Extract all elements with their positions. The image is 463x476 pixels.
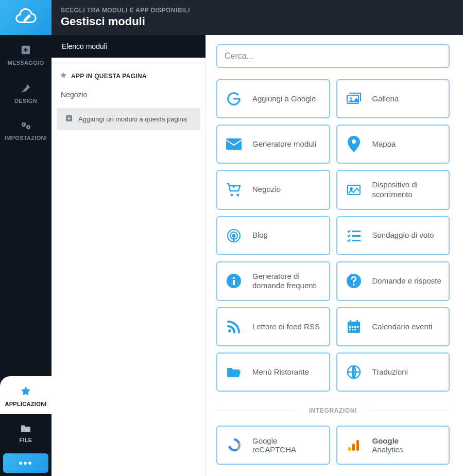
logo[interactable] (0, 0, 52, 35)
add-module-label: Aggiungi un modulo a questa pagina (78, 115, 187, 123)
module-card-dispositivo-scorrimento[interactable]: Dispositivo di scorrimento (336, 170, 450, 210)
header-title: Gestisci moduli (61, 15, 454, 28)
module-card-google[interactable]: Aggiungi a Google (216, 79, 330, 118)
main-content: Aggiungi a Google Galleria Generatore mo… (206, 35, 463, 476)
gears-icon (20, 120, 32, 132)
module-label: Dispositivo di scorrimento (372, 180, 442, 200)
module-card-domande-risposte[interactable]: Domande e risposte (336, 261, 450, 302)
integrations-grid: GooglereCAPTCHA GoogleAnalytics (216, 426, 450, 465)
question-icon (345, 274, 363, 288)
nav-impostazioni[interactable]: IMPOSTAZIONI (0, 111, 52, 148)
nav-label: FILE (19, 437, 32, 443)
brush-icon (20, 82, 31, 95)
svg-point-9 (352, 139, 356, 144)
module-card-galleria[interactable]: Galleria (336, 79, 450, 118)
sidebar: MESSAGGIO DESIGN IMPOSTAZIONI APPLICAZIO… (0, 0, 52, 476)
cloud-pencil-icon (14, 6, 37, 29)
svg-rect-19 (352, 240, 361, 241)
module-label: Calendario eventi (372, 322, 433, 332)
module-card-sondaggio[interactable]: Sondaggio di voto (336, 216, 450, 255)
integration-card-recaptcha[interactable]: GooglereCAPTCHA (216, 426, 330, 465)
svg-point-7 (350, 97, 352, 99)
module-card-traduzioni[interactable]: Traduzioni (336, 352, 450, 392)
svg-point-2 (23, 124, 24, 125)
module-card-faq-generatore[interactable]: Generatore di domande frequenti (216, 261, 330, 302)
folder-icon (20, 424, 31, 434)
svg-rect-8 (226, 138, 242, 150)
integrations-divider: INTEGRAZIONI (216, 407, 450, 414)
cart-icon (225, 183, 243, 197)
svg-rect-32 (354, 326, 356, 328)
svg-point-10 (231, 193, 233, 196)
svg-point-4 (28, 127, 29, 128)
nav-label: DESIGN (14, 98, 37, 104)
svg-point-21 (233, 277, 235, 279)
svg-rect-35 (352, 329, 353, 330)
svg-point-24 (353, 284, 355, 286)
svg-rect-34 (349, 329, 351, 330)
module-card-menu-ristorante[interactable]: Menù Ristorante (216, 352, 330, 392)
module-card-calendario[interactable]: Calendario eventi (336, 307, 450, 346)
section-label: APP IN QUESTA PAGINA (71, 73, 147, 80)
module-card-rss[interactable]: Lettore di feed RSS (216, 307, 330, 346)
module-label: Aggiungi a Google (252, 94, 316, 104)
nav-file[interactable]: FILE (0, 414, 52, 450)
integration-card-analytics[interactable]: GoogleAnalytics (336, 426, 450, 465)
svg-rect-27 (348, 322, 360, 325)
svg-rect-33 (357, 326, 358, 328)
svg-rect-22 (233, 280, 235, 285)
svg-rect-29 (356, 320, 358, 323)
globe-icon (345, 365, 363, 379)
map-pin-icon (345, 136, 363, 152)
integration-label: GoogleAnalytics (372, 436, 403, 454)
section-app-in-pagina: APP IN QUESTA PAGINA (52, 63, 205, 85)
folder-open-icon (225, 366, 243, 378)
module-label: Generatore moduli (252, 139, 316, 149)
more-button[interactable]: ••• (3, 453, 48, 473)
integration-label: GooglereCAPTCHA (252, 436, 296, 454)
nav-design[interactable]: DESIGN (0, 73, 52, 111)
module-label: Negozio (252, 185, 281, 195)
module-label: Mappa (372, 139, 396, 149)
tab-elenco-moduli[interactable]: Elenco moduli (52, 35, 205, 58)
analytics-icon (345, 438, 363, 452)
svg-rect-18 (352, 235, 361, 237)
podcast-icon (225, 228, 243, 243)
nav-label: IMPOSTAZIONI (5, 135, 47, 141)
svg-rect-31 (352, 326, 353, 328)
star-icon (20, 385, 31, 398)
search-input[interactable] (216, 44, 450, 68)
module-label: Generatore di domande frequenti (252, 272, 322, 291)
nav-messaggio[interactable]: MESSAGGIO (0, 35, 52, 73)
module-card-blog[interactable]: Blog (216, 216, 330, 255)
add-module-button[interactable]: Aggiungi un modulo a questa pagina (57, 108, 200, 130)
svg-rect-28 (350, 320, 351, 323)
module-label: Blog (252, 231, 268, 240)
nav-applicazioni[interactable]: APPLICAZIONI (0, 376, 52, 414)
svg-point-11 (237, 193, 239, 196)
svg-rect-38 (348, 447, 351, 451)
header-subtitle: SCEGLI TRA MODULI E APP DISPONIBILI (61, 7, 454, 14)
module-card-negozio[interactable]: Negozio (216, 170, 330, 210)
svg-rect-30 (349, 326, 351, 328)
module-label: Traduzioni (372, 367, 408, 377)
plus-square-icon (65, 114, 73, 124)
svg-point-16 (233, 234, 235, 237)
svg-rect-36 (354, 329, 356, 330)
nav-label: APPLICAZIONI (5, 401, 46, 407)
svg-point-25 (228, 329, 231, 332)
module-card-generatore-moduli[interactable]: Generatore moduli (216, 125, 330, 164)
app-row-negozio[interactable]: Negozio (52, 85, 205, 104)
svg-rect-40 (356, 440, 359, 451)
module-label: Sondaggio di voto (372, 231, 434, 240)
slider-img-icon (345, 184, 363, 196)
header: SCEGLI TRA MODULI E APP DISPONIBILI Gest… (52, 0, 463, 35)
star-outline-icon (60, 72, 67, 80)
recaptcha-icon (225, 437, 243, 453)
info-icon (225, 274, 243, 288)
rss-icon (225, 320, 243, 333)
module-label: Menù Ristorante (252, 367, 309, 377)
module-card-mappa[interactable]: Mappa (336, 125, 450, 164)
calendar-icon (345, 320, 363, 334)
checklist-icon (345, 230, 363, 242)
